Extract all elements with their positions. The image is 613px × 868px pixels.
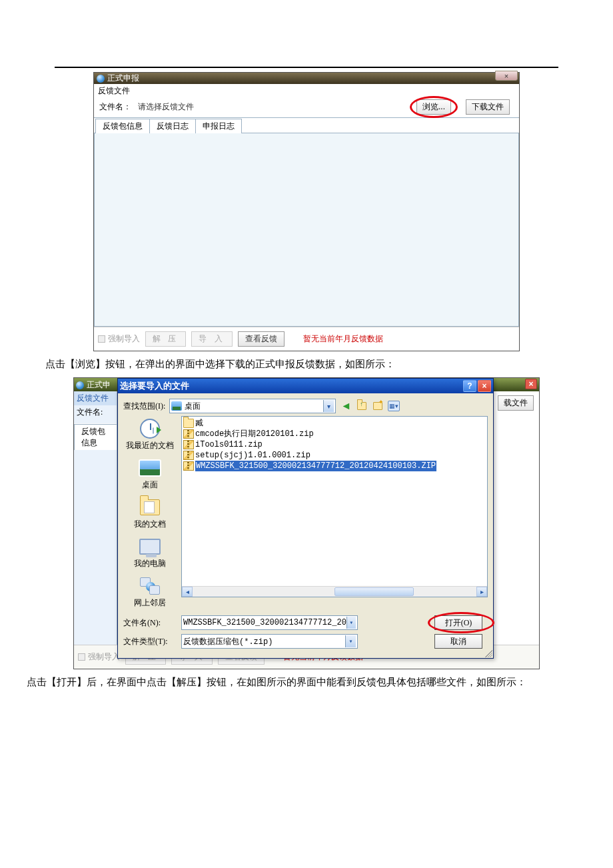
place-label: 我的文档 <box>134 519 166 530</box>
zip-icon <box>183 440 194 449</box>
tab-fb-log[interactable]: 反馈日志 <box>149 119 196 133</box>
tab-pkg-info[interactable]: 反馈包信息 <box>95 119 150 133</box>
file-name: setup(sjcj)1.01.0001.zip <box>195 450 310 461</box>
left-row-feedback-file: 反馈文件 <box>74 391 117 405</box>
filename-combo[interactable]: WMZSSBFK_321500_320002134777712_201204 ▾ <box>181 615 358 630</box>
chevron-down-icon[interactable]: ▾ <box>345 635 356 647</box>
annotation-circle-open: 打开(O) <box>434 615 488 630</box>
help-button[interactable]: ? <box>463 380 476 392</box>
scroll-thumb[interactable] <box>334 587 414 596</box>
filename-value: WMZSSBFK_321500_320002134777712_201204 <box>183 618 346 627</box>
chevron-down-icon[interactable]: ▾ <box>346 617 356 629</box>
annotation-circle-browse: 浏览... <box>416 99 451 115</box>
checkbox-icon <box>78 653 85 661</box>
tab-pkg-info-under[interactable]: 反馈包信息 <box>74 424 117 450</box>
network-neighborhood-icon <box>140 577 160 595</box>
app-icon <box>97 75 105 83</box>
zip-icon <box>183 451 194 460</box>
file-name: iTools0111.zip <box>195 439 263 450</box>
recent-docs-icon <box>140 419 160 439</box>
file-name: 臧 <box>195 418 203 429</box>
dialog-titlebar[interactable]: 选择要导入的文件 ? × <box>118 379 493 393</box>
force-import-checkbox: 强制导入 <box>78 651 120 663</box>
force-import-checkbox: 强制导入 <box>98 333 140 345</box>
place-desktop[interactable]: 桌面 <box>123 458 177 491</box>
cancel-button[interactable]: 取消 <box>434 634 482 649</box>
force-import-label: 强制导入 <box>88 651 120 663</box>
view-feedback-button[interactable]: 查看反馈 <box>238 331 285 347</box>
instruction-text-2: 点击【打开】后，在界面中点击【解压】按钮，在如图所示的界面中能看到反馈包具体包括… <box>13 669 600 695</box>
list-item[interactable]: iTools0111.zip <box>183 439 486 450</box>
lookin-combo[interactable]: 桌面 ▾ <box>169 399 336 413</box>
force-import-label: 强制导入 <box>108 333 140 345</box>
resize-grip-icon[interactable] <box>483 648 492 657</box>
view-menu-icon[interactable]: ▦▾ <box>388 401 400 411</box>
open-button[interactable]: 打开(O) <box>434 615 482 630</box>
tab-content <box>94 133 519 327</box>
lookin-value: 桌面 <box>185 401 201 412</box>
place-network[interactable]: 网上邻居 <box>123 576 177 609</box>
help-icon: ? <box>467 381 472 391</box>
close-button[interactable]: × <box>495 71 518 81</box>
close-icon: × <box>482 381 486 391</box>
zip-icon <box>183 429 194 439</box>
filetype-label: 文件类型(T): <box>118 636 181 647</box>
window-with-file-dialog: 正式申 × 反馈文件 文件名: 反馈包信息 载文件 <box>73 377 540 669</box>
list-item[interactable]: setup(sjcj)1.01.0001.zip <box>183 450 486 461</box>
place-label: 我的电脑 <box>134 558 166 569</box>
browse-button[interactable]: 浏览... <box>416 99 451 115</box>
close-icon: × <box>504 72 508 80</box>
desktop-icon <box>139 459 161 477</box>
filename-label: 文件名(N): <box>118 617 181 629</box>
window-title-fragment: 正式申 <box>87 379 111 391</box>
file-value: 请选择反馈文件 <box>138 101 194 113</box>
place-label: 桌面 <box>142 479 158 491</box>
window-title: 正式申报 <box>107 73 139 84</box>
dialog-close-button[interactable]: × <box>478 380 491 392</box>
filetype-combo[interactable]: 反馈数据压缩包(*.zip) ▾ <box>181 634 358 649</box>
file-list[interactable]: 臧cmcode执行日期20120101.zipiTools0111.zipset… <box>181 416 488 597</box>
download-button-fragment[interactable]: 载文件 <box>498 395 534 411</box>
titlebar[interactable]: 正式申报 × <box>94 73 519 84</box>
chevron-down-icon[interactable]: ▾ <box>323 400 334 412</box>
lookin-label: 查找范围(I): <box>123 401 165 412</box>
extract-button: 解 压 <box>145 331 186 347</box>
place-recent[interactable]: 我最近的文档 <box>123 419 177 451</box>
instruction-text-1: 点击【浏览】按钮，在弹出的界面中选择下载的正式申报反馈数据，如图所示： <box>13 351 600 377</box>
close-button[interactable]: × <box>525 379 537 389</box>
desktop-icon <box>171 401 182 411</box>
folder-icon <box>183 419 194 428</box>
zip-icon <box>183 461 194 471</box>
my-documents-icon <box>140 499 160 515</box>
checkbox-icon <box>98 335 105 343</box>
back-icon[interactable]: ◄ <box>340 400 352 412</box>
app-icon <box>76 381 84 389</box>
up-one-level-icon[interactable] <box>356 400 368 412</box>
import-button: 导 入 <box>191 331 232 347</box>
place-computer[interactable]: 我的电脑 <box>123 537 177 569</box>
scroll-right-icon[interactable]: ▸ <box>476 587 487 597</box>
horizontal-scrollbar[interactable]: ◂ ▸ <box>182 586 487 597</box>
dialog-title: 选择要导入的文件 <box>120 380 189 392</box>
footer-bar: 强制导入 解 压 导 入 查看反馈 暂无当前年月反馈数据 <box>94 327 519 351</box>
tab-declare-log[interactable]: 申报日志 <box>195 119 242 133</box>
file-name: WMZSSBFK_321500_320002134777712_20120424… <box>195 461 436 471</box>
file-name: cmcode执行日期20120101.zip <box>195 429 314 439</box>
status-text: 暂无当前年月反馈数据 <box>303 333 383 345</box>
new-folder-icon[interactable] <box>372 400 384 412</box>
scroll-left-icon[interactable]: ◂ <box>182 587 193 597</box>
list-item[interactable]: WMZSSBFK_321500_320002134777712_20120424… <box>183 461 486 471</box>
underlying-left-panel: 反馈文件 文件名: 反馈包信息 <box>74 391 117 645</box>
close-icon: × <box>528 379 533 389</box>
download-button[interactable]: 下载文件 <box>466 99 510 115</box>
feedback-tabs: 反馈包信息 反馈日志 申报日志 <box>94 118 519 133</box>
my-computer-icon <box>139 539 161 555</box>
places-bar: 我最近的文档 桌面 我的文档 我的电脑 <box>118 416 181 611</box>
place-label: 网上邻居 <box>134 597 166 609</box>
list-item[interactable]: 臧 <box>183 418 486 429</box>
window-formal-declare: 正式申报 × 反馈文件 文件名： 请选择反馈文件 浏览... 下载文件 反馈包信… <box>93 72 520 351</box>
file-label: 文件名： <box>99 101 131 113</box>
list-item[interactable]: cmcode执行日期20120101.zip <box>183 429 486 439</box>
place-documents[interactable]: 我的文档 <box>123 497 177 530</box>
place-label: 我最近的文档 <box>126 440 174 451</box>
